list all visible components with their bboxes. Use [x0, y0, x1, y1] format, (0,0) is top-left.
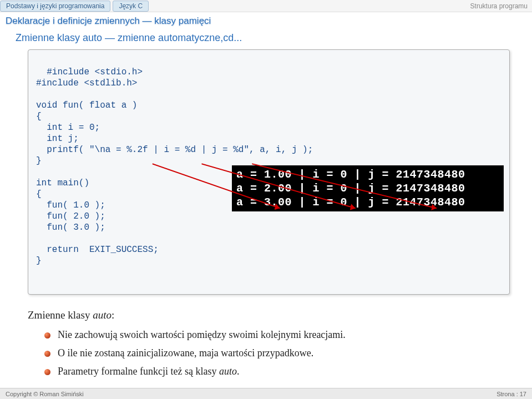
breadcrumb-item-1: Podstawy i języki programowania — [0, 1, 110, 12]
code-block: #include <stdio.h> #include <stdlib.h> v… — [28, 49, 510, 295]
bullet-item-3: Parametry formalne funkcji też są klasy … — [44, 366, 510, 377]
footer-page: Strona : 17 — [496, 391, 526, 397]
lead-paragraph: Zmienne klasy auto: — [28, 309, 510, 321]
section-title: Zmienne klasy auto ― zmienne automatyczn… — [0, 29, 532, 49]
lead-tail: : — [112, 309, 114, 321]
lead-text: Zmienne klasy — [28, 309, 93, 321]
bullet3-a: Parametry formalne funkcji też są klasy — [58, 366, 219, 377]
bullet-list: Nie zachowują swoich wartości pomiędzy s… — [44, 329, 510, 377]
lead-em: auto — [93, 309, 112, 321]
terminal-output: a = 1.00 | i = 0 | j = 2147348480 a = 2.… — [232, 165, 504, 211]
bullet3-em: auto — [219, 366, 237, 377]
breadcrumb-item-2: Język C — [113, 1, 149, 12]
breadcrumb-bar: Podstawy i języki programowania Język C … — [0, 0, 532, 12]
bullet-item-2: O ile nie zostaną zainicjalizowane, maja… — [44, 347, 510, 359]
footer-copyright: Copyright © Roman Simiński — [6, 391, 84, 397]
body-text: Zmienne klasy auto: Nie zachowują swoich… — [28, 309, 510, 377]
header-right-label: Struktura programu — [470, 2, 532, 10]
page-subtitle: Deklaracje i definicje zmiennych ― klasy… — [0, 12, 532, 29]
bullet-item-1: Nie zachowują swoich wartości pomiędzy s… — [44, 329, 510, 341]
bullet3-b: . — [237, 366, 240, 377]
footer: Copyright © Roman Simiński Strona : 17 — [0, 388, 532, 399]
